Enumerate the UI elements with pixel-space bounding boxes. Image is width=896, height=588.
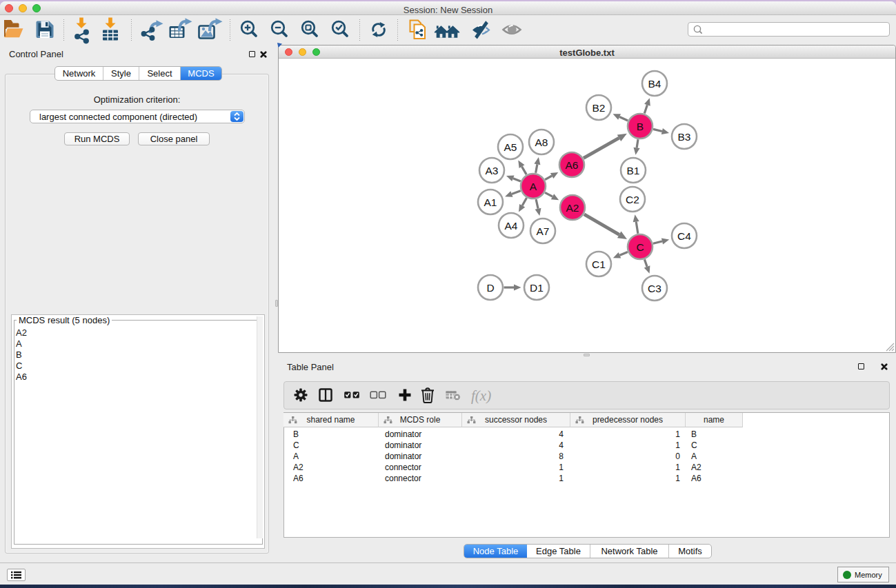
svg-text:D: D	[486, 282, 494, 294]
svg-text:A7: A7	[537, 225, 550, 237]
svg-text:A2: A2	[566, 202, 579, 214]
svg-text:A: A	[530, 181, 537, 192]
svg-text:C2: C2	[626, 194, 639, 205]
svg-text:A3: A3	[486, 165, 499, 176]
svg-text:B: B	[637, 121, 644, 132]
svg-text:f(x): f(x)	[471, 387, 491, 404]
svg-text:C4: C4	[677, 230, 691, 242]
svg-text:A8: A8	[535, 136, 548, 148]
svg-text:B2: B2	[593, 102, 606, 114]
svg-text:B3: B3	[678, 131, 691, 143]
svg-text:A6: A6	[566, 159, 579, 171]
svg-text:A5: A5	[504, 141, 517, 153]
svg-text:A4: A4	[505, 220, 518, 232]
svg-text:B1: B1	[627, 165, 640, 176]
svg-text:A1: A1	[484, 196, 497, 208]
svg-text:C1: C1	[592, 258, 606, 270]
svg-text:D1: D1	[530, 282, 544, 294]
svg-text:C3: C3	[648, 283, 661, 294]
svg-text:B4: B4	[648, 78, 661, 90]
svg-text:C: C	[636, 241, 644, 253]
